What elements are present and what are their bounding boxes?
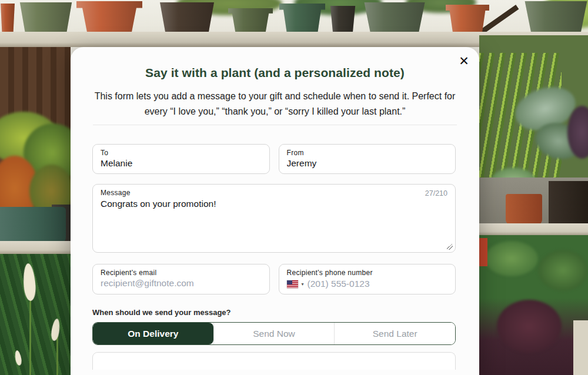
recipient-phone-input[interactable]	[308, 279, 447, 289]
plant-pot	[0, 207, 66, 243]
plant-pot	[446, 5, 489, 32]
plant-pot	[18, 2, 74, 32]
recipient-phone-field[interactable]: Recipient's phone number ▾	[279, 264, 456, 294]
plant-pot	[522, 1, 588, 32]
recipient-phone-label: Recipient's phone number	[287, 269, 448, 277]
message-field[interactable]: Message 27/210 Congrats on your promotio…	[92, 184, 456, 253]
to-input[interactable]	[101, 158, 262, 169]
flag-canton	[287, 280, 292, 284]
plant-pot	[228, 8, 273, 32]
plant-pot	[549, 181, 588, 225]
to-from-row: To From	[92, 144, 456, 174]
plant-pot	[158, 2, 216, 32]
calathea-leaf	[538, 250, 588, 291]
calathea-leaf	[497, 300, 562, 353]
phone-input-row: ▾	[287, 279, 448, 289]
toggle-option-send-now[interactable]: Send Now	[213, 323, 335, 344]
plant-pot	[76, 1, 142, 32]
resize-handle-icon[interactable]	[447, 244, 453, 250]
close-icon[interactable]: ✕	[455, 52, 473, 71]
to-field-label: To	[101, 149, 262, 157]
next-field-partial[interactable]	[92, 352, 456, 370]
plant-pot	[329, 6, 356, 32]
gift-note-form: To From Message 27/210 Congrats on your …	[71, 144, 479, 370]
character-counter: 27/210	[425, 189, 447, 197]
us-flag-icon[interactable]	[287, 280, 298, 288]
from-field[interactable]: From	[279, 144, 456, 174]
send-time-toggle: On Delivery Send Now Send Later	[92, 322, 456, 345]
modal-description: This form lets you add a message to your…	[89, 89, 461, 119]
flower-stem	[29, 300, 31, 375]
toggle-option-on-delivery[interactable]: On Delivery	[93, 323, 213, 344]
message-field-label: Message	[101, 189, 447, 197]
gift-note-modal: ✕ Say it with a plant (and a personalize…	[71, 47, 479, 375]
modal-title: Say it with a plant (and a personalized …	[82, 66, 467, 80]
peace-lily	[0, 254, 71, 375]
from-field-label: From	[287, 149, 448, 157]
left-plant-column	[0, 47, 71, 375]
divider	[93, 125, 457, 125]
toggle-option-send-later[interactable]: Send Later	[334, 323, 455, 344]
chevron-down-icon[interactable]: ▾	[302, 282, 304, 287]
shelf	[479, 223, 588, 235]
shelf-post	[573, 320, 588, 375]
schedule-question: When should we send your message?	[92, 308, 456, 317]
right-plant-column	[479, 35, 588, 375]
plant-pot	[0, 4, 15, 32]
to-field[interactable]: To	[92, 144, 270, 174]
plant-pot	[479, 238, 487, 266]
from-input[interactable]	[287, 158, 448, 169]
plant-pot	[506, 194, 542, 225]
shelf	[0, 241, 71, 254]
recipient-email-field[interactable]: Recipient's email	[92, 264, 270, 294]
calathea-leaf	[485, 241, 538, 276]
email-phone-row: Recipient's email Recipient's phone numb…	[92, 264, 456, 294]
recipient-email-label: Recipient's email	[101, 269, 262, 277]
message-input[interactable]: Congrats on your promotion!	[101, 199, 447, 245]
recipient-email-input[interactable]	[101, 278, 262, 289]
plant-pot	[279, 4, 325, 32]
plant-pot	[362, 2, 427, 32]
